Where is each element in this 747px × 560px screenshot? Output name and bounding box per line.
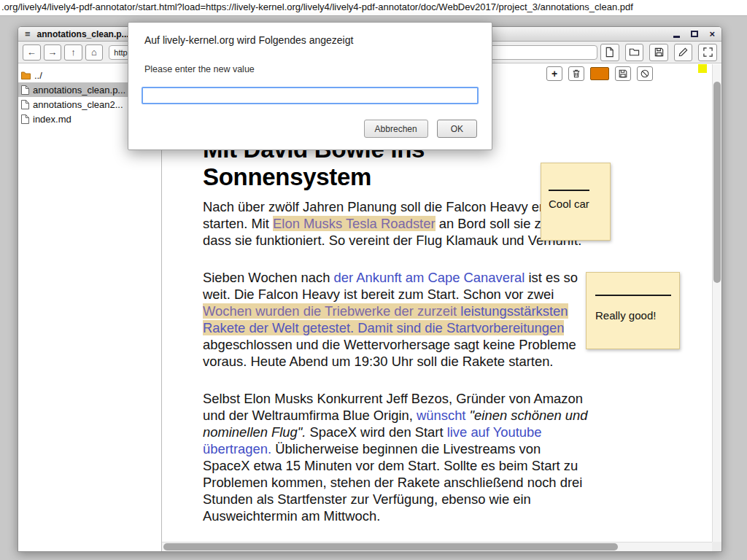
close-button[interactable]: × xyxy=(709,29,715,39)
home-button[interactable]: ⌂ xyxy=(85,44,104,61)
file-icon xyxy=(21,114,29,124)
note-underline xyxy=(595,295,671,296)
pdf-highlight-annotation[interactable]: Elon Musks Tesla Roadster xyxy=(273,216,436,231)
note-text: Cool car xyxy=(549,198,603,210)
pdf-highlight-annotation[interactable]: Damit sind die Startvorbereitungen xyxy=(354,320,564,335)
pdf-link[interactable]: wünscht xyxy=(417,408,465,423)
pdf-paragraph: Nach über zwölf Jahren Planung soll die … xyxy=(203,198,591,249)
note-text: Really good! xyxy=(595,309,670,322)
pdf-page: Mit David Bowie ins Sonnensystem Nach üb… xyxy=(203,136,591,545)
dialog-buttons: Abbrechen OK xyxy=(364,120,477,138)
scrollbar-corner xyxy=(712,542,721,551)
note-underline xyxy=(549,190,589,191)
delete-annotation-button[interactable] xyxy=(568,66,584,81)
save-icon xyxy=(618,69,628,79)
ok-button[interactable]: OK xyxy=(437,120,477,138)
pencil-icon xyxy=(678,47,689,58)
pdf-highlight-annotation[interactable]: Wochen wurden die Triebwerke der zurzeit xyxy=(203,303,460,319)
trash-icon xyxy=(571,69,581,79)
back-button[interactable]: ← xyxy=(23,44,41,61)
pdf-text-segment: SpaceX wird den Start xyxy=(306,424,446,440)
file-name: ../ xyxy=(34,70,42,81)
sticky-note[interactable]: Really good! xyxy=(586,272,680,349)
browser-url-text: .org/lively4/lively4-pdf-annotator/start… xyxy=(1,1,633,12)
horizontal-scroll-thumb[interactable] xyxy=(163,543,618,551)
horizontal-scrollbar[interactable] xyxy=(162,542,712,551)
save-annotations-button[interactable] xyxy=(615,66,631,81)
save-button[interactable] xyxy=(649,44,668,61)
window-controls: × xyxy=(673,29,715,39)
new-file-button[interactable] xyxy=(600,44,619,61)
fullscreen-button[interactable] xyxy=(698,44,717,61)
file-icon xyxy=(21,85,29,95)
window-title: annotations_clean.p... xyxy=(37,29,129,39)
block-icon xyxy=(640,69,650,79)
pdf-heading-line2: Sonnensystem xyxy=(203,163,371,190)
browser-location-bar[interactable]: .org/lively4/lively4-pdf-annotator/start… xyxy=(0,0,747,16)
file-name: annotations_clean.p... xyxy=(33,85,125,96)
pdf-link[interactable]: der Ankunft am Cape Canaveral xyxy=(334,270,525,285)
dialog-prompt: Please enter the new value xyxy=(144,64,255,74)
maximize-icon xyxy=(691,31,698,37)
annotation-toolbar: + xyxy=(546,66,653,81)
hamburger-menu-icon[interactable]: ≡ xyxy=(25,29,31,39)
folder-icon xyxy=(21,71,31,79)
vertical-scroll-thumb[interactable] xyxy=(713,82,721,283)
highlight-color-swatch[interactable] xyxy=(590,67,609,80)
pdf-paragraph: Selbst Elon Musks Konkurrent Jeff Bezos,… xyxy=(203,390,591,524)
open-folder-button[interactable] xyxy=(625,44,644,61)
save-icon xyxy=(654,47,665,58)
pdf-text-segment: abgeschlossen und die Wettervorhersage s… xyxy=(203,337,576,369)
color-indicator[interactable] xyxy=(698,64,707,73)
up-button[interactable]: ↑ xyxy=(64,44,82,61)
edit-button[interactable] xyxy=(674,44,693,61)
expand-icon xyxy=(703,47,713,58)
dialog-input[interactable] xyxy=(142,87,479,104)
vertical-scrollbar[interactable] xyxy=(712,64,721,542)
minimize-button[interactable] xyxy=(673,31,680,38)
forward-button[interactable]: → xyxy=(44,44,62,61)
file-name: index.md xyxy=(33,114,71,125)
maximize-button[interactable] xyxy=(691,31,698,37)
pdf-paragraph: Sieben Wochen nach der Ankunft am Cape C… xyxy=(203,269,591,370)
javascript-prompt-dialog: Auf lively-kernel.org wird Folgendes ang… xyxy=(128,22,492,150)
pdf-text-segment: Sieben Wochen nach xyxy=(203,270,334,285)
file-name: annotations_clean2... xyxy=(33,99,123,110)
cancel-button[interactable]: Abbrechen xyxy=(364,120,428,138)
new-file-icon xyxy=(604,47,615,58)
add-annotation-button[interactable]: + xyxy=(546,66,562,81)
sticky-note[interactable]: Cool car xyxy=(541,163,611,241)
folder-icon xyxy=(629,47,640,58)
file-icon xyxy=(21,100,29,109)
cancel-annotation-button[interactable] xyxy=(637,66,653,81)
dialog-title: Auf lively-kernel.org wird Folgendes ang… xyxy=(144,34,353,46)
minimize-icon xyxy=(673,36,680,38)
